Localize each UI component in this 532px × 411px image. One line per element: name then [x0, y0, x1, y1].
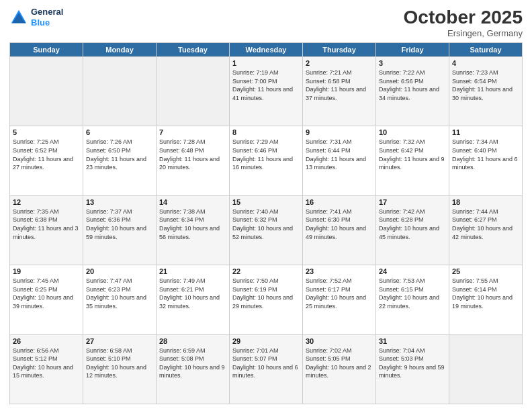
cell-info: Sunrise: 6:56 AM Sunset: 5:12 PM Dayligh… — [13, 347, 80, 380]
day-number: 31 — [379, 337, 446, 345]
calendar-cell: 16Sunrise: 7:41 AM Sunset: 6:30 PM Dayli… — [303, 195, 376, 265]
cell-info: Sunrise: 7:47 AM Sunset: 6:23 PM Dayligh… — [86, 277, 153, 310]
cell-info: Sunrise: 7:02 AM Sunset: 5:05 PM Dayligh… — [306, 347, 373, 380]
cell-info: Sunrise: 7:04 AM Sunset: 5:03 PM Dayligh… — [379, 347, 446, 380]
cell-info: Sunrise: 7:44 AM Sunset: 6:27 PM Dayligh… — [452, 208, 519, 241]
calendar-cell: 21Sunrise: 7:49 AM Sunset: 6:21 PM Dayli… — [157, 265, 230, 334]
day-number: 1 — [232, 59, 300, 67]
calendar-table: SundayMondayTuesdayWednesdayThursdayFrid… — [9, 42, 523, 404]
header: General Blue October 2025 Ersingen, Germ… — [9, 7, 523, 38]
cell-info: Sunrise: 7:31 AM Sunset: 6:44 PM Dayligh… — [306, 138, 373, 171]
logo-icon — [9, 8, 28, 27]
weekday-header-saturday: Saturday — [449, 43, 523, 57]
cell-info: Sunrise: 7:19 AM Sunset: 7:00 PM Dayligh… — [232, 68, 300, 102]
day-number: 4 — [452, 59, 519, 67]
cell-info: Sunrise: 7:29 AM Sunset: 6:46 PM Dayligh… — [232, 138, 300, 171]
calendar-cell: 4Sunrise: 7:23 AM Sunset: 6:54 PM Daylig… — [449, 57, 523, 126]
weekday-header-monday: Monday — [83, 43, 157, 57]
day-number: 28 — [159, 337, 226, 345]
day-number: 21 — [159, 267, 226, 275]
calendar-cell: 17Sunrise: 7:42 AM Sunset: 6:28 PM Dayli… — [376, 195, 449, 265]
cell-info: Sunrise: 7:21 AM Sunset: 6:58 PM Dayligh… — [306, 68, 373, 102]
day-number: 27 — [86, 337, 153, 345]
cell-info: Sunrise: 7:37 AM Sunset: 6:36 PM Dayligh… — [86, 208, 153, 241]
week-row-1: 1Sunrise: 7:19 AM Sunset: 7:00 PM Daylig… — [10, 57, 523, 126]
weekday-header-row: SundayMondayTuesdayWednesdayThursdayFrid… — [10, 43, 523, 57]
day-number: 9 — [306, 128, 373, 136]
calendar-cell: 26Sunrise: 6:56 AM Sunset: 5:12 PM Dayli… — [10, 334, 83, 404]
calendar-cell: 29Sunrise: 7:01 AM Sunset: 5:07 PM Dayli… — [230, 334, 303, 404]
calendar-cell: 27Sunrise: 6:58 AM Sunset: 5:10 PM Dayli… — [83, 334, 157, 404]
cell-info: Sunrise: 7:23 AM Sunset: 6:54 PM Dayligh… — [452, 68, 519, 102]
day-number: 7 — [159, 128, 226, 136]
calendar-cell: 10Sunrise: 7:32 AM Sunset: 6:42 PM Dayli… — [376, 126, 449, 195]
cell-info: Sunrise: 7:35 AM Sunset: 6:38 PM Dayligh… — [13, 208, 80, 241]
calendar-cell: 2Sunrise: 7:21 AM Sunset: 6:58 PM Daylig… — [303, 57, 376, 126]
cell-info: Sunrise: 6:59 AM Sunset: 5:08 PM Dayligh… — [159, 347, 226, 380]
calendar-cell: 7Sunrise: 7:28 AM Sunset: 6:48 PM Daylig… — [157, 126, 230, 195]
day-number: 2 — [306, 59, 373, 67]
location-subtitle: Ersingen, Germany — [404, 28, 523, 38]
day-number: 10 — [379, 128, 446, 136]
calendar-cell — [449, 334, 523, 404]
cell-info: Sunrise: 7:25 AM Sunset: 6:52 PM Dayligh… — [13, 138, 80, 171]
calendar-cell: 1Sunrise: 7:19 AM Sunset: 7:00 PM Daylig… — [230, 57, 303, 126]
day-number: 22 — [232, 267, 300, 275]
cell-info: Sunrise: 7:32 AM Sunset: 6:42 PM Dayligh… — [379, 138, 446, 171]
cell-info: Sunrise: 7:53 AM Sunset: 6:15 PM Dayligh… — [379, 277, 446, 310]
calendar-cell: 28Sunrise: 6:59 AM Sunset: 5:08 PM Dayli… — [157, 334, 230, 404]
logo: General Blue — [9, 7, 63, 28]
cell-info: Sunrise: 7:50 AM Sunset: 6:19 PM Dayligh… — [232, 277, 300, 310]
weekday-header-thursday: Thursday — [303, 43, 376, 57]
cell-info: Sunrise: 6:58 AM Sunset: 5:10 PM Dayligh… — [86, 347, 153, 380]
day-number: 14 — [159, 198, 226, 206]
cell-info: Sunrise: 7:40 AM Sunset: 6:32 PM Dayligh… — [232, 208, 300, 241]
day-number: 8 — [232, 128, 300, 136]
calendar-cell — [157, 57, 230, 126]
logo-text: General Blue — [31, 7, 63, 28]
day-number: 29 — [232, 337, 300, 345]
day-number: 6 — [86, 128, 153, 136]
weekday-header-friday: Friday — [376, 43, 449, 57]
day-number: 15 — [232, 198, 300, 206]
calendar-cell: 13Sunrise: 7:37 AM Sunset: 6:36 PM Dayli… — [83, 195, 157, 265]
calendar-cell: 6Sunrise: 7:26 AM Sunset: 6:50 PM Daylig… — [83, 126, 157, 195]
day-number: 23 — [306, 267, 373, 275]
calendar-cell: 3Sunrise: 7:22 AM Sunset: 6:56 PM Daylig… — [376, 57, 449, 126]
calendar-cell: 30Sunrise: 7:02 AM Sunset: 5:05 PM Dayli… — [303, 334, 376, 404]
day-number: 24 — [379, 267, 446, 275]
day-number: 19 — [13, 267, 80, 275]
calendar-cell: 9Sunrise: 7:31 AM Sunset: 6:44 PM Daylig… — [303, 126, 376, 195]
calendar-cell: 22Sunrise: 7:50 AM Sunset: 6:19 PM Dayli… — [230, 265, 303, 334]
day-number: 3 — [379, 59, 446, 67]
cell-info: Sunrise: 7:01 AM Sunset: 5:07 PM Dayligh… — [232, 347, 300, 380]
week-row-3: 12Sunrise: 7:35 AM Sunset: 6:38 PM Dayli… — [10, 195, 523, 265]
calendar-cell: 5Sunrise: 7:25 AM Sunset: 6:52 PM Daylig… — [10, 126, 83, 195]
calendar-cell: 15Sunrise: 7:40 AM Sunset: 6:32 PM Dayli… — [230, 195, 303, 265]
day-number: 18 — [452, 198, 519, 206]
weekday-header-tuesday: Tuesday — [157, 43, 230, 57]
day-number: 30 — [306, 337, 373, 345]
weekday-header-sunday: Sunday — [10, 43, 83, 57]
calendar-cell: 19Sunrise: 7:45 AM Sunset: 6:25 PM Dayli… — [10, 265, 83, 334]
cell-info: Sunrise: 7:42 AM Sunset: 6:28 PM Dayligh… — [379, 208, 446, 241]
calendar-cell — [10, 57, 83, 126]
weekday-header-wednesday: Wednesday — [230, 43, 303, 57]
day-number: 25 — [452, 267, 519, 275]
cell-info: Sunrise: 7:41 AM Sunset: 6:30 PM Dayligh… — [306, 208, 373, 241]
page: General Blue October 2025 Ersingen, Germ… — [0, 0, 532, 411]
cell-info: Sunrise: 7:45 AM Sunset: 6:25 PM Dayligh… — [13, 277, 80, 310]
calendar-cell: 11Sunrise: 7:34 AM Sunset: 6:40 PM Dayli… — [449, 126, 523, 195]
day-number: 17 — [379, 198, 446, 206]
title-block: October 2025 Ersingen, Germany — [404, 7, 523, 38]
calendar-cell: 8Sunrise: 7:29 AM Sunset: 6:46 PM Daylig… — [230, 126, 303, 195]
cell-info: Sunrise: 7:52 AM Sunset: 6:17 PM Dayligh… — [306, 277, 373, 310]
cell-info: Sunrise: 7:49 AM Sunset: 6:21 PM Dayligh… — [159, 277, 226, 310]
calendar-cell: 24Sunrise: 7:53 AM Sunset: 6:15 PM Dayli… — [376, 265, 449, 334]
cell-info: Sunrise: 7:22 AM Sunset: 6:56 PM Dayligh… — [379, 68, 446, 102]
svg-marker-1 — [12, 13, 26, 23]
calendar-cell: 25Sunrise: 7:55 AM Sunset: 6:14 PM Dayli… — [449, 265, 523, 334]
cell-info: Sunrise: 7:28 AM Sunset: 6:48 PM Dayligh… — [159, 138, 226, 171]
day-number: 26 — [13, 337, 80, 345]
week-row-4: 19Sunrise: 7:45 AM Sunset: 6:25 PM Dayli… — [10, 265, 523, 334]
